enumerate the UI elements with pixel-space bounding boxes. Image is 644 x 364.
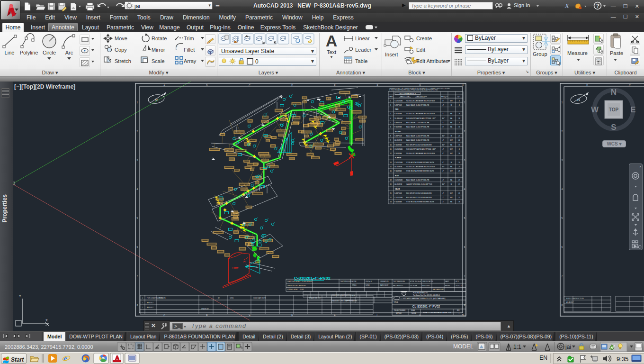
svg-text:M: M (451, 162, 452, 164)
svg-text:Trim: Trim (184, 36, 194, 41)
svg-text:H: H (462, 313, 464, 316)
svg-text:GASKET SPW 316L CL150 1/8″ THK: GASKET SPW 316L CL150 1/8″ THK (406, 183, 432, 185)
svg-text:PNEU.: PNEU. (352, 284, 357, 286)
svg-text:P-4083NB: P-4083NB (394, 113, 402, 115)
svg-text:4″: 4″ (443, 139, 445, 141)
svg-text:BILL OF MATERIALS: BILL OF MATERIALS (400, 93, 416, 95)
svg-text:28: 28 (458, 113, 460, 115)
svg-text:TITLE :: TITLE : (394, 301, 399, 303)
svg-text:5: 5 (390, 122, 391, 124)
svg-text:FITTING: FITTING (395, 131, 401, 133)
svg-text:15: 15 (458, 126, 460, 128)
svg-text:4: 4 (459, 122, 460, 124)
svg-text:0: 0 (142, 297, 143, 299)
svg-text:21: 21 (390, 192, 392, 194)
svg-text:SCH 40S PIPE ASTM A312 TP316L: SCH 40S PIPE ASTM A312 TP316L 1 1/2″ (406, 148, 436, 150)
svg-text:90-ELB-LR X-BW ASME B16.9 SCH: 90-ELB-LR X-BW ASME B16.9 SCH 40S (406, 100, 435, 102)
svg-text:Array: Array (184, 58, 197, 64)
svg-text:SET: SET (450, 100, 453, 102)
svg-text:04-830P08: 04-830P08 (394, 183, 402, 185)
svg-text:Copy: Copy (115, 47, 127, 53)
svg-text:Leader: Leader (355, 47, 372, 53)
svg-text:T-MW: T-MW (232, 266, 239, 269)
svg-text:Circle: Circle (43, 50, 56, 55)
svg-text:Move: Move (115, 36, 127, 41)
svg-text:18: 18 (458, 201, 460, 203)
svg-text:FOR CONSTRUCTION: FOR CONSTRUCTION (566, 298, 584, 300)
svg-text:2: 2 (464, 130, 465, 133)
svg-text:Create: Create (416, 36, 432, 41)
svg-text:SET: SET (450, 153, 453, 155)
svg-text:6″: 6″ (443, 100, 445, 102)
svg-text:1: 1 (137, 101, 138, 104)
svg-text:INSULATION : EPDE-M: INSULATION : EPDE-M (287, 285, 305, 287)
svg-text:S: S (611, 123, 616, 132)
svg-text:REV.: REV. (457, 309, 460, 311)
svg-text:ISSUE DATE NOTE: ISSUE DATE NOTE (253, 297, 266, 299)
svg-text:P-4083NB: P-4083NB (394, 126, 402, 128)
svg-text:PIPE: PIPE (395, 109, 399, 110)
svg-text:EA: EA (450, 113, 452, 115)
svg-text:AS-BUILT: AS-BUILT (147, 307, 153, 309)
svg-text:4″: 4″ (443, 201, 445, 203)
svg-text:8: 8 (137, 303, 138, 306)
svg-text:CL-830201-4″-PV02: CL-830201-4″-PV02 (412, 305, 440, 308)
svg-text:EA: EA (450, 144, 452, 146)
svg-text:Edit: Edit (416, 47, 425, 53)
svg-text:14: 14 (390, 162, 392, 164)
svg-text:PROJECT NUMBER: PROJECT NUMBER (394, 309, 405, 311)
svg-text:6: 6 (562, 246, 563, 248)
svg-text:EA: EA (450, 201, 452, 203)
svg-text:N: N (577, 98, 580, 102)
svg-text:BALL VALVE CL150 RF 316L FB: BALL VALVE CL150 RF 316L FB (406, 104, 429, 106)
svg-text:PROCESS/UTY: PROCESS/UTY (393, 285, 403, 287)
svg-text:C-830201-4″-PV02: C-830201-4″-PV02 (294, 276, 331, 281)
svg-text:OPERATION: OPERATION (380, 281, 388, 282)
svg-text:DESCRIPTION: DESCRIPTION (416, 96, 427, 98)
svg-text:90-ELB-LR X-BW ASME B16.9 SCH: 90-ELB-LR X-BW ASME B16.9 SCH 40S (406, 166, 435, 168)
svg-text:M: M (451, 135, 452, 137)
svg-text:Start: Start (11, 356, 24, 363)
svg-text:S-83PG08: S-83PG08 (394, 135, 402, 137)
svg-text:Table: Table (355, 58, 367, 64)
svg-text:6: 6 (137, 246, 138, 248)
svg-text:690.3m H: 690.3m H (366, 281, 372, 282)
svg-text:11: 11 (390, 148, 392, 150)
svg-text:P&ID DWG: P&ID DWG (422, 285, 430, 287)
svg-text:20: 20 (458, 139, 460, 141)
svg-text:PIPE CONDENSATE TANK #03: PIPE CONDENSATE TANK #03 (423, 311, 451, 314)
svg-text:EA: EA (450, 122, 452, 124)
svg-text:NONE: NONE (366, 284, 370, 286)
svg-text:PIPING SPEC : PUM: PIPING SPEC : PUM (287, 289, 304, 291)
svg-text:4: 4 (137, 188, 138, 191)
svg-text:Polyline: Polyline (20, 50, 38, 55)
svg-text:HYDR. 650.3m H: HYDR. 650.3m H (410, 281, 421, 282)
svg-text:PAINT: PAINT (445, 281, 449, 282)
svg-text:22: 22 (390, 197, 392, 199)
svg-text:4″: 4″ (443, 122, 445, 124)
svg-text:5: 5 (464, 217, 465, 219)
svg-text:Sign In: Sign In (514, 2, 530, 8)
svg-text:FLULIS AUSTED,LTD.: FLULIS AUSTED,LTD. (413, 292, 428, 294)
svg-text:BOLT: BOLT (395, 175, 399, 177)
svg-text:NONE: NONE (411, 312, 417, 314)
svg-text:32: 32 (458, 197, 460, 199)
svg-text:Edit Attributes: Edit Attributes (416, 58, 448, 64)
svg-text:e: e (63, 354, 67, 363)
svg-text:0: 0 (390, 100, 391, 102)
svg-text:BACK ABS/10 PT: BACK ABS/10 PT (433, 289, 444, 291)
svg-text:CS-30200B: CS-30200B (394, 197, 403, 199)
svg-text:SET: SET (450, 192, 453, 194)
svg-text:Rotate: Rotate (152, 36, 167, 41)
svg-text:15: 15 (390, 166, 392, 168)
svg-text:6″: 6″ (443, 162, 445, 164)
svg-text:M: M (451, 104, 452, 106)
svg-text:D: D (291, 313, 293, 316)
svg-text:GENERAL NOTES: 1. ALL DIMENSIO: GENERAL NOTES: 1. ALL DIMENSIONS ARE IN … (389, 88, 450, 90)
svg-text:9: 9 (390, 139, 391, 141)
svg-text:F: F (376, 313, 378, 316)
svg-text:13: 13 (458, 144, 460, 146)
svg-text:327909: 327909 (396, 312, 402, 314)
svg-text:CHKD: CHKD (230, 297, 234, 299)
svg-text:4″: 4″ (443, 148, 445, 150)
